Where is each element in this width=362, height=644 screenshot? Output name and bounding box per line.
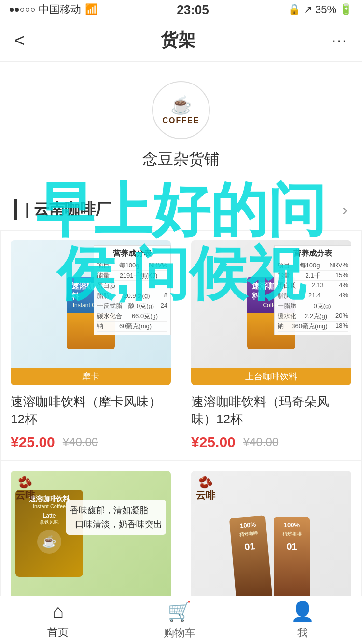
product-price-current-1: ¥25.00 (11, 434, 55, 450)
signal-dot-2 (15, 8, 19, 12)
profile-label: 我 (297, 626, 308, 640)
nutrition-header: 项目 每100g NRV% (97, 261, 167, 271)
home-label: 首页 (47, 625, 69, 640)
product-price-original-2: ¥40.00 (243, 435, 278, 449)
product-image-2: 🫘 云啡 速溶咖啡饮料 Coffee 营养成分表 项目 每100g NRV% (191, 240, 351, 385)
page-title: 货架 (161, 28, 195, 52)
nutrition-table-1: 营养成分表 项目 每100g NRV% 能量 2191千焦(KJ) 蛋白质 (94, 245, 171, 335)
nav-bar: < 货架 ··· (0, 19, 362, 62)
status-left: 中国移动 📶 (10, 2, 98, 17)
profile-icon: 👤 (291, 600, 315, 623)
product-card-1[interactable]: 🫘 云啡 速溶咖啡饮料 Instant Coffee 营养成分表 项目 每100… (1, 231, 181, 460)
nav-item-home[interactable]: ⌂ 首页 (47, 601, 69, 640)
product-bg-3: 🫘 云啡 速溶咖啡饮料 Instant Coffee Latte 拿铁风味 ☕ … (11, 471, 171, 616)
section-header[interactable]: | 云南咖啡厂 › (0, 189, 362, 230)
store-name: 念豆杂货铺 (142, 149, 220, 170)
battery-icon: 🔋 (339, 3, 352, 16)
product-price-original-1: ¥40.00 (63, 435, 98, 449)
nutrition-title-1: 营养成分表 (97, 249, 167, 259)
nav-item-cart[interactable]: 🛒 购物车 (164, 600, 195, 640)
bottom-nav: ⌂ 首页 🛒 购物车 👤 我 (0, 596, 362, 644)
section-arrow-icon[interactable]: › (342, 201, 348, 219)
yunfei-logo-3: 🫘 云啡 (15, 476, 35, 502)
product-image-4: 🫘 云啡 100% 精炒咖啡 01 100% 精炒咖啡 01 (191, 471, 351, 616)
section-title: | 云南咖啡厂 (14, 199, 111, 220)
cart-label: 购物车 (164, 626, 195, 640)
signal-dot-5 (31, 8, 35, 12)
carrier-name: 中国移动 (39, 2, 81, 17)
coffee-beans-icon: ☕ (170, 95, 192, 115)
product-image-1: 🫘 云啡 速溶咖啡饮料 Instant Coffee 营养成分表 项目 每100… (11, 240, 171, 385)
wifi-icon: 📶 (85, 3, 98, 16)
product-image-3: 🫘 云啡 速溶咖啡饮料 Instant Coffee Latte 拿铁风味 ☕ … (11, 471, 171, 616)
product-desc: 香味馥郁，清如凝脂 □口味清淡，奶香味突出 (66, 500, 166, 535)
signal-dot-4 (26, 8, 29, 12)
coffee-logo-text: COFFEE (163, 116, 200, 125)
product-price-current-2: ¥25.00 (191, 434, 236, 450)
battery-percent: 35% (315, 3, 336, 16)
product-price-row-1: ¥25.00 ¥40.00 (11, 434, 171, 450)
product-price-row-2: ¥25.00 ¥40.00 (191, 434, 351, 450)
product-grid: 🫘 云啡 速溶咖啡饮料 Instant Coffee 营养成分表 项目 每100… (0, 230, 362, 644)
yunfei-logo-4: 🫘 云啡 (196, 476, 215, 502)
back-button[interactable]: < (14, 30, 25, 51)
product-bg-1: 速溶咖啡饮料 Instant Coffee 营养成分表 项目 每100g NRV… (11, 240, 171, 385)
lock-icon: 🔒 (288, 3, 301, 16)
brand-tag-4: 🫘 云啡 (196, 476, 215, 502)
product-band-2: 上台咖啡饮料 (191, 368, 351, 385)
cart-icon: 🛒 (167, 600, 192, 623)
status-bar: 中国移动 📶 23:05 🔒 ↗ 35% 🔋 (0, 0, 362, 19)
signal-dot-1 (10, 8, 14, 12)
nav-item-profile[interactable]: 👤 我 (291, 600, 315, 640)
signal-dots (10, 8, 35, 12)
home-icon: ⌂ (52, 601, 64, 622)
product-card-2[interactable]: 🫘 云啡 速溶咖啡饮料 Coffee 营养成分表 项目 每100g NRV% (181, 231, 361, 460)
location-icon: ↗ (304, 3, 312, 16)
more-button[interactable]: ··· (332, 31, 348, 49)
product-band-1: 摩卡 (11, 368, 171, 385)
product-name-2: 速溶咖啡饮料（玛奇朵风味）12杯 (191, 393, 351, 428)
product-name-1: 速溶咖啡饮料（摩卡风味）12杯 (11, 393, 171, 428)
store-header: ☕ COFFEE 念豆杂货铺 (0, 62, 362, 184)
status-time: 23:05 (177, 2, 209, 17)
product-bg-4: 🫘 云啡 100% 精炒咖啡 01 100% 精炒咖啡 01 (191, 471, 351, 616)
store-logo: ☕ COFFEE (152, 81, 210, 139)
coffee-bags: 100% 精炒咖啡 01 100% 精炒咖啡 01 (233, 502, 310, 599)
signal-dot-3 (20, 8, 24, 12)
status-right: 🔒 ↗ 35% 🔋 (288, 3, 352, 16)
nutrition-table-2: 营养成分表 项目 每100g NRV% 能量 2.1千 15% 蛋白质 2.13 (274, 245, 351, 335)
product-bg-2: 速溶咖啡饮料 Coffee 营养成分表 项目 每100g NRV% 能量 2.1… (191, 240, 351, 385)
brand-tag-3: 🫘 云啡 (15, 476, 35, 502)
